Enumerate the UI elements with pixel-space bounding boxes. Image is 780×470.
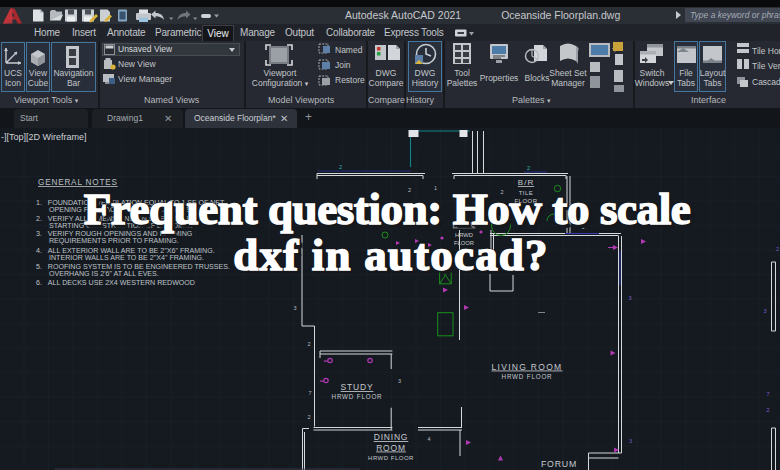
svg-text:6. ALL DECKS USE 2X4 WESTERN: 6. ALL DECKS USE 2X4 WESTERN REDWOOD — [36, 279, 195, 287]
svg-text:HRWD FLOOR: HRWD FLOOR — [368, 455, 414, 461]
svg-text:FORUM: FORUM — [541, 459, 577, 469]
svg-text:3: 3 — [629, 438, 632, 444]
svg-text:LIVING ROOM: LIVING ROOM — [492, 362, 563, 372]
svg-text:3: 3 — [764, 308, 767, 314]
svg-text:3: 3 — [629, 295, 632, 301]
svg-text:ROOM: ROOM — [376, 443, 406, 453]
svg-text:2: 2 — [308, 414, 311, 420]
svg-text:7: 7 — [767, 391, 770, 397]
svg-text:2: 2 — [308, 341, 311, 347]
svg-text:HRWD FLOOR: HRWD FLOOR — [332, 393, 383, 400]
svg-text:2: 2 — [339, 164, 342, 170]
svg-text:-][Top][2D Wireframe]: -][Top][2D Wireframe] — [1, 132, 87, 142]
svg-text:STUDY: STUDY — [341, 382, 374, 392]
svg-text:3: 3 — [294, 305, 297, 311]
svg-text:4: 4 — [428, 436, 431, 442]
svg-text:3: 3 — [398, 378, 401, 384]
svg-text:2: 2 — [527, 165, 530, 171]
svg-text:7: 7 — [309, 390, 312, 396]
svg-text:2: 2 — [767, 407, 770, 413]
svg-text:DINING: DINING — [374, 432, 409, 442]
svg-text:HRWD FLOOR: HRWD FLOOR — [502, 373, 553, 380]
